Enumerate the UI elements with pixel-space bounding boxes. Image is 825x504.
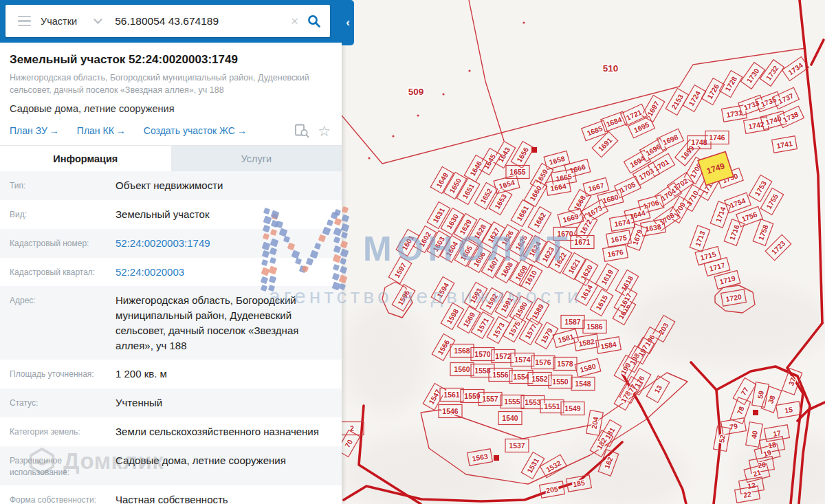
search-input[interactable] — [113, 14, 283, 28]
map-parcel[interactable]: 1756 — [736, 206, 762, 226]
quarter-number-label[interactable]: 510 — [603, 63, 619, 74]
plan-zu-link[interactable]: План ЗУ→ — [10, 125, 59, 136]
map-parcel[interactable]: 1619 — [595, 264, 618, 291]
terrain-shade — [344, 433, 509, 504]
map-parcel[interactable]: 1566 — [432, 334, 454, 361]
map-parcel[interactable]: 1598 — [441, 303, 463, 330]
map-parcel[interactable]: 1741 — [772, 136, 798, 153]
object-header: Земельный участок 52:24:0020003:1749 Ниж… — [0, 43, 342, 145]
map-parcel[interactable]: 1573 — [487, 317, 509, 344]
map-parcel[interactable]: 1738 — [778, 106, 804, 128]
tab-bar: Информация Услуги — [0, 145, 342, 171]
map-parcel[interactable]: 1551 — [540, 400, 564, 413]
map-parcel[interactable]: 1578 — [553, 358, 577, 371]
map-parcel[interactable]: 1584 — [596, 337, 622, 354]
map-parcel[interactable]: 1561 — [440, 388, 463, 402]
menu-icon[interactable] — [18, 16, 31, 27]
map-parcel[interactable]: 1732 — [760, 60, 784, 87]
map-parcel[interactable]: 1574 — [511, 353, 534, 366]
map-parcel[interactable]: 1550 — [549, 375, 572, 388]
parcel-number-label: 1584 — [600, 340, 617, 351]
map-parcel[interactable]: 1716 — [724, 219, 744, 245]
map-canvas[interactable]: 2153172417261728173017321734169717211684… — [342, 0, 825, 504]
zoom-to-object-icon[interactable] — [294, 123, 309, 138]
map-parcel[interactable]: 1579 — [535, 322, 558, 349]
info-row-value: Нижегородская область, Богородский муниц… — [116, 293, 342, 353]
map-parcel[interactable]: 1691 — [592, 131, 617, 157]
map-parcel[interactable]: 1754 — [725, 193, 751, 212]
parcel-number-label: 1615 — [594, 294, 609, 311]
search-icon[interactable] — [307, 14, 322, 29]
favorite-star-icon[interactable]: ☆ — [318, 124, 331, 138]
parcel-number-label: 1652 — [478, 187, 494, 205]
map-parcel[interactable]: 1737 — [773, 87, 800, 109]
map-parcel[interactable]: 1713 — [690, 226, 710, 252]
panel-collapse-button[interactable]: ‹ — [342, 0, 354, 45]
map-parcel[interactable]: 1570 — [471, 348, 494, 361]
map-parcel[interactable]: 1547 — [423, 384, 446, 410]
map-parcel[interactable]: 1568 — [450, 344, 474, 358]
map-parcel[interactable]: 1580 — [575, 358, 601, 377]
info-row-label: Кадастровый номер: — [0, 236, 116, 251]
info-row: Кадастровый квартал:52:24:0020003 — [0, 258, 342, 287]
parcel-number-label: 1654 — [498, 178, 516, 190]
map-parcel[interactable]: 1558 — [471, 364, 494, 377]
parcel-number-label: 1597 — [393, 261, 408, 279]
info-row-value-link[interactable]: 52:24:0020003 — [116, 265, 342, 280]
clear-icon[interactable]: × — [291, 14, 298, 28]
map-parcel[interactable]: 1556 — [489, 369, 512, 382]
map-parcel[interactable]: 1670 — [553, 228, 577, 241]
map-parcel[interactable]: 1597 — [388, 257, 411, 284]
map-parcel[interactable]: 1555 — [500, 395, 524, 408]
parcel-number-label: 1658 — [548, 154, 566, 166]
map-parcel[interactable]: 1685 — [582, 120, 608, 140]
map-parcel[interactable]: 15 — [776, 402, 802, 419]
tab-information[interactable]: Информация — [0, 146, 171, 171]
map-parcel[interactable]: 1705 — [615, 176, 641, 198]
parcel-number-label: 1550 — [552, 377, 569, 386]
map-parcel[interactable]: 1730 — [740, 63, 764, 89]
map-parcel[interactable]: 1557 — [478, 393, 502, 406]
map-parcel[interactable]: 1671 — [571, 236, 594, 249]
arrow-icon: → — [116, 125, 126, 136]
parcel-number-label: 1660 — [528, 184, 543, 202]
map-parcel[interactable]: 52 — [714, 426, 731, 452]
map-parcel[interactable]: 1714 — [710, 201, 730, 228]
map-parcel[interactable]: 1576 — [531, 356, 555, 369]
parcel-number-label: 1741 — [776, 139, 793, 150]
map-parcel[interactable]: 1594 — [431, 277, 454, 304]
map-parcel[interactable]: 1586 — [583, 320, 606, 333]
map-parcel[interactable]: 1540 — [498, 412, 522, 425]
map-parcel[interactable]: 1559 — [461, 390, 484, 403]
plan-kk-link[interactable]: План КК→ — [77, 125, 126, 136]
quarter-number-label[interactable]: 509 — [408, 87, 424, 97]
map-parcel[interactable]: 1656 — [511, 142, 534, 168]
search-category-dropdown[interactable]: Участки — [41, 16, 101, 27]
map-parcel[interactable]: 1587 — [561, 316, 584, 329]
map-parcel[interactable]: 1755 — [760, 188, 783, 215]
map-parcel[interactable]: 1546 — [439, 405, 462, 418]
map-parcel[interactable]: 38 — [761, 386, 781, 413]
map-parcel[interactable]: 1549 — [561, 402, 584, 415]
map-parcel[interactable]: 1553 — [521, 396, 544, 409]
map-parcel[interactable]: 1753 — [749, 175, 771, 202]
map-parcel[interactable]: 1676 — [603, 245, 628, 262]
parcel-number-label: 1675 — [610, 233, 627, 244]
tab-services[interactable]: Услуги — [171, 146, 342, 171]
info-row-value-link[interactable]: 52:24:0020003:1749 — [116, 236, 342, 251]
info-row-label: Площадь уточненная: — [0, 366, 116, 382]
terrain-shade — [344, 303, 426, 413]
map-parcel[interactable]: 1548 — [571, 377, 595, 391]
map-parcel[interactable]: 1758 — [753, 219, 773, 245]
map-parcel[interactable]: 1572 — [492, 350, 515, 363]
map-parcel[interactable]: 1654 — [494, 175, 520, 193]
map-parcel[interactable]: 1698 — [657, 129, 684, 151]
map-parcel[interactable]: 1537 — [505, 439, 529, 452]
map-parcel[interactable]: 1560 — [450, 363, 474, 376]
map-parcel[interactable]: 1723 — [765, 234, 791, 260]
map-parcel[interactable]: 13 — [646, 376, 669, 403]
create-zhs-link[interactable]: Создать участок ЖС→ — [144, 125, 247, 136]
map-parcel[interactable]: 1746 — [705, 131, 729, 144]
map-parcel[interactable]: 1684 — [601, 111, 627, 131]
search-category-label: Участки — [41, 16, 77, 27]
